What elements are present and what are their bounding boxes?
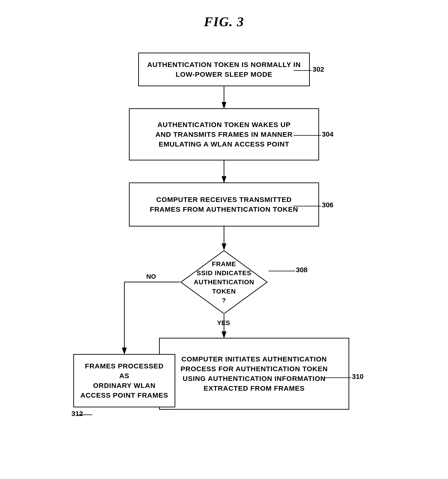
ref-304-tick: [294, 134, 324, 137]
diagram-container: AUTHENTICATION TOKEN IS NORMALLY IN LOW-…: [62, 43, 386, 479]
ref-312-tick: [78, 414, 92, 416]
ref-302-tick: [294, 69, 314, 72]
diamond-308: FRAMESSID INDICATES AUTHENTICATIONTOKEN?: [180, 250, 268, 315]
ref-310-tick: [324, 377, 354, 379]
box-306: COMPUTER RECEIVES TRANSMITTEDFRAMES FROM…: [129, 182, 319, 226]
box-304: AUTHENTICATION TOKEN WAKES UPAND TRANSMI…: [129, 108, 319, 160]
ref-308-tick: [268, 270, 299, 272]
yes-label: YES: [217, 319, 230, 327]
box-310: COMPUTER INITIATES AUTHENTICATIONPROCESS…: [159, 338, 349, 410]
box-302: AUTHENTICATION TOKEN IS NORMALLY IN LOW-…: [138, 53, 310, 86]
figure-title: FIG. 3: [204, 14, 244, 29]
ref-306-tick: [294, 205, 324, 207]
no-label: NO: [146, 273, 156, 280]
page: FIG. 3 AUTHENTICATION TO: [0, 0, 448, 479]
box-312: FRAMES PROCESSED ASORDINARY WLANACCESS P…: [73, 354, 175, 407]
